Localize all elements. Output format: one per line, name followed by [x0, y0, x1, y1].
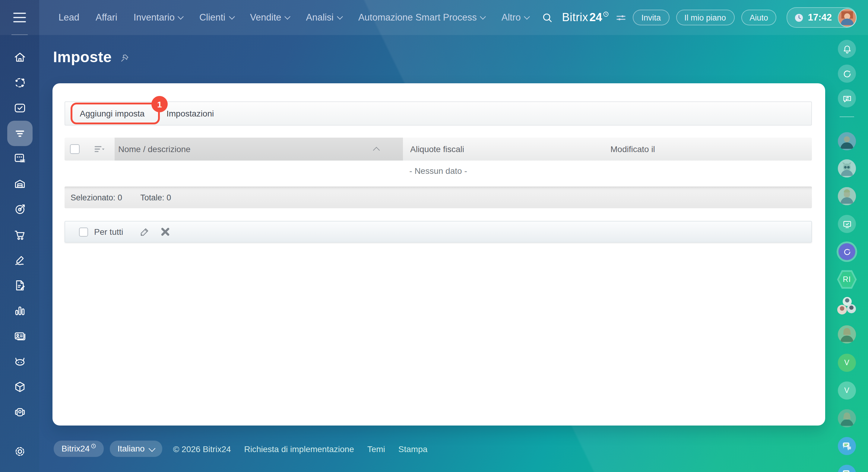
- edit-pencil-icon[interactable]: [139, 226, 151, 237]
- user-avatar-cat[interactable]: [838, 159, 856, 177]
- home-icon: [13, 51, 27, 64]
- bulk-select-checkbox[interactable]: [79, 227, 88, 236]
- bulk-select-label: Per tutti: [94, 227, 123, 237]
- menu-icon[interactable]: [13, 13, 26, 25]
- user-avatar[interactable]: [838, 325, 856, 344]
- clock-icon: [795, 13, 804, 22]
- table-header-select: [65, 138, 115, 160]
- cart-icon: [13, 228, 27, 241]
- bell-icon: [842, 44, 852, 54]
- nav-analisi[interactable]: Analisi: [306, 12, 342, 23]
- sidebar-item-ai-robot[interactable]: [7, 349, 33, 374]
- footer-link-themes[interactable]: Temi: [367, 444, 385, 453]
- tasks-icon: [13, 101, 27, 115]
- footer-link-print[interactable]: Stampa: [398, 444, 428, 453]
- copilot-purple-icon: [838, 243, 855, 260]
- sliders-icon[interactable]: [616, 13, 626, 22]
- user-avatar[interactable]: [838, 409, 856, 427]
- sidebar-item-ecommerce[interactable]: [7, 222, 33, 247]
- card-toolbar: Aggiungi imposta Impostazioni 1: [65, 101, 812, 125]
- sidebar-item-warehouse[interactable]: [7, 171, 33, 197]
- nav-affari[interactable]: Affari: [96, 12, 117, 23]
- delete-x-icon[interactable]: [161, 227, 170, 237]
- chevron-down-icon: [285, 13, 291, 20]
- settings-button[interactable]: Impostazioni: [159, 102, 227, 125]
- left-sidebar: [0, 0, 39, 472]
- table-summary-bar: Selezionato: 0 Totale: 0: [65, 186, 812, 208]
- chevron-down-icon: [524, 13, 530, 20]
- openlines-chat-button[interactable]: [838, 437, 856, 455]
- footer-link-implementation[interactable]: Richiesta di implementazione: [244, 444, 354, 453]
- nav-clienti[interactable]: Clienti: [199, 12, 234, 23]
- column-header-rates[interactable]: Aliquote fiscali: [403, 138, 606, 160]
- target-icon: [13, 203, 27, 216]
- bitrix24-app: Lead Affari Inventario Clienti Vendite A…: [0, 0, 868, 472]
- search-icon[interactable]: [541, 12, 553, 23]
- notifications-button[interactable]: [838, 40, 856, 58]
- sidebar-item-collaboration[interactable]: [7, 70, 33, 95]
- crm-funnel-icon: [13, 127, 27, 140]
- gear-icon: [13, 445, 27, 458]
- openlines-chat-button[interactable]: [838, 465, 856, 472]
- nav-automazione-smart-process[interactable]: Automazione Smart Process: [358, 12, 485, 23]
- sidebar-item-calendar[interactable]: [7, 145, 33, 171]
- nav-inventario[interactable]: Inventario: [134, 12, 183, 23]
- invite-button[interactable]: Invita: [633, 10, 669, 25]
- right-rail-divider: [840, 117, 854, 117]
- current-time: 17:42: [808, 12, 832, 23]
- nav-altro[interactable]: Altro: [501, 12, 529, 23]
- collaboration-icon: [13, 76, 27, 89]
- copilot-pro-button[interactable]: [837, 241, 857, 262]
- bitrix24-logo[interactable]: Bitrix24: [562, 11, 609, 24]
- column-header-name[interactable]: Nome / descrizione: [115, 138, 403, 160]
- add-tax-button[interactable]: Aggiungi imposta: [65, 102, 159, 125]
- select-all-checkbox[interactable]: [70, 144, 80, 154]
- workgroup-badge[interactable]: RI: [837, 270, 857, 289]
- sidebar-item-home[interactable]: [7, 45, 33, 70]
- sidebar-item-reports[interactable]: [7, 298, 33, 324]
- bulk-actions-bar: Per tutti: [65, 221, 812, 243]
- page-header: Imposte: [53, 48, 130, 66]
- empty-state-text: - Nessun dato -: [65, 160, 812, 181]
- chevron-down-icon: [337, 13, 343, 20]
- video-call-icon: [13, 406, 27, 419]
- nav-lead[interactable]: Lead: [59, 12, 79, 23]
- copilot-button[interactable]: [838, 65, 856, 83]
- sidebar-item-video-calls[interactable]: [7, 400, 33, 425]
- chat-bubbles-icon: [841, 468, 853, 472]
- grid-settings-icon[interactable]: [94, 145, 105, 153]
- sign-pen-icon: [13, 254, 27, 267]
- sidebar-item-crm[interactable]: [7, 121, 33, 146]
- help-button[interactable]: Aiuto: [741, 10, 777, 25]
- user-initial-badge[interactable]: V: [838, 381, 856, 400]
- sidebar-item-catalog[interactable]: [7, 374, 33, 400]
- nav-vendite[interactable]: Vendite: [250, 12, 289, 23]
- sidebar-item-tasks[interactable]: [7, 95, 33, 121]
- language-selector[interactable]: Italiano: [110, 441, 162, 457]
- column-header-modified[interactable]: Modificato il: [606, 138, 812, 160]
- copilot-icon: [842, 68, 852, 79]
- user-avatar[interactable]: [838, 187, 856, 205]
- sidebar-divider: [11, 34, 28, 35]
- clock-widget[interactable]: 17:42: [787, 7, 857, 28]
- sidebar-item-settings[interactable]: [7, 439, 33, 464]
- my-plan-button[interactable]: Il mio piano: [676, 10, 734, 25]
- pin-icon[interactable]: [120, 53, 130, 63]
- desktop-app-button[interactable]: [838, 215, 856, 233]
- messenger-button[interactable]: [838, 89, 856, 108]
- footer-bitrix24-button[interactable]: Bitrix24: [54, 441, 103, 457]
- sidebar-item-marketing[interactable]: [7, 197, 33, 222]
- user-avatar[interactable]: [838, 132, 856, 150]
- top-navigation-bar: Lead Affari Inventario Clienti Vendite A…: [0, 0, 868, 35]
- selected-count: Selezionato: 0: [70, 193, 122, 202]
- sidebar-item-esign[interactable]: [7, 247, 33, 273]
- bar-chart-icon: [13, 304, 27, 318]
- sidebar-item-contact-center[interactable]: [7, 324, 33, 349]
- profile-avatar[interactable]: [838, 8, 857, 27]
- group-chat-avatar[interactable]: [838, 298, 856, 316]
- copyright-text: © 2026 Bitrix24: [173, 444, 231, 453]
- sidebar-item-documents[interactable]: [7, 273, 33, 298]
- chevron-down-icon: [178, 13, 184, 20]
- user-initial-badge[interactable]: V: [838, 354, 856, 372]
- logo-clock-icon: [91, 444, 96, 448]
